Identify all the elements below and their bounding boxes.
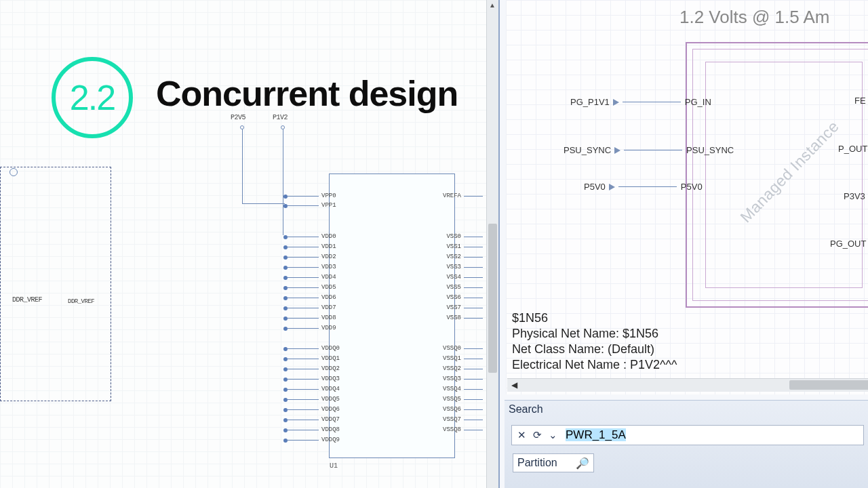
pin-name: VSS3	[443, 264, 464, 270]
port-arrow-icon	[613, 99, 619, 106]
schematic-canvas-left[interactable]: 2.2 Concurrent design P2V5 P1V2 DDR_VREF…	[0, 0, 498, 488]
pin-name: VSSQ7	[440, 417, 464, 423]
pin-name: VDDQ2	[319, 366, 342, 372]
pin-name: VSS5	[443, 285, 464, 291]
pin-name: VDD1	[319, 244, 339, 250]
scroll-left-icon[interactable]: ◀	[511, 380, 517, 390]
wire	[623, 102, 681, 102]
port[interactable]: P_OUT	[838, 144, 867, 154]
pin-name: VDDQ3	[319, 376, 342, 382]
slide-number: 2.2	[70, 77, 115, 118]
pin-name: VDDQ6	[319, 407, 342, 413]
port-arrow-icon	[614, 147, 620, 154]
scroll-thumb[interactable]	[488, 224, 497, 373]
pin-name: VDD5	[319, 285, 339, 291]
pin-name: VDD3	[319, 264, 339, 270]
port-label: P3V3	[844, 191, 865, 201]
pin-name: VPP0	[319, 193, 339, 199]
wire	[283, 129, 283, 235]
chevron-down-icon[interactable]: ⌄	[547, 429, 559, 441]
search-panel: Search ✕ ⟳ ⌄ PWR_1_5A Partition 🔎	[505, 400, 868, 488]
pin-name: VSS4	[443, 274, 464, 281]
pin-name: VSS6	[443, 295, 464, 301]
search-input-value: PWR_1_5A	[566, 428, 626, 441]
port-label: P5V0	[584, 182, 606, 192]
pin-name: VDD6	[319, 295, 339, 301]
pin-name: VSSQ4	[440, 386, 464, 392]
port-label: PG_P1V1	[570, 97, 610, 107]
wire	[618, 186, 677, 187]
pin-name: VSS8	[443, 315, 464, 321]
pin-name: VSS7	[443, 305, 464, 311]
port-inner-label: PG_IN	[685, 97, 711, 107]
refresh-icon[interactable]: ⟳	[532, 429, 543, 441]
origin-marker	[9, 168, 18, 176]
scroll-thumb[interactable]	[789, 380, 868, 390]
port-arrow-icon	[609, 184, 615, 190]
search-label: Search	[509, 403, 543, 415]
port-inner-label: P5V0	[681, 182, 703, 192]
net-label: DDR_VREF	[68, 298, 94, 305]
search-input[interactable]: PWR_1_5A	[563, 427, 859, 443]
net-id: $1N56	[512, 310, 865, 326]
pin-name: VSSQ1	[440, 356, 464, 362]
port-label: P_OUT	[838, 144, 867, 154]
pin-name: VDDQ4	[319, 386, 342, 392]
close-icon[interactable]: ✕	[516, 429, 528, 441]
slide-title: Concurrent design	[156, 73, 458, 114]
net-physical: Physical Net Name: $1N56	[512, 326, 865, 342]
selection-box	[0, 167, 111, 401]
filter-dropdown[interactable]: Partition 🔎	[513, 453, 594, 472]
wire	[624, 150, 682, 150]
pin-name: VDDQ5	[319, 396, 342, 403]
pin-name: VSS1	[443, 244, 464, 250]
horizontal-scrollbar[interactable]: ◀	[507, 378, 868, 392]
pin-name: VSSQ3	[440, 376, 464, 382]
port-label: PG_OUT	[830, 239, 866, 249]
pin-name: VSSQ2	[440, 366, 464, 372]
port-inner-label: PSU_SYNC	[686, 145, 734, 155]
pin-name: VDD8	[319, 315, 339, 321]
pin-name: VDDQ0	[319, 346, 342, 352]
vertical-scrollbar[interactable]: ▲	[486, 0, 498, 488]
wire	[242, 129, 243, 204]
net-label: DDR_VREF	[12, 296, 42, 304]
pin-name: VDD7	[319, 305, 339, 311]
pin-name: VDDQ8	[319, 427, 342, 433]
pin-name: VDDQ7	[319, 417, 342, 423]
pin-name: VDDQ1	[319, 356, 342, 362]
port[interactable]: P5V0 P5V0	[584, 182, 703, 192]
slide-number-badge: 2.2	[52, 57, 133, 138]
net-electrical: Electrical Net Name : P1V2^^^	[512, 357, 865, 373]
pin-name: VREFA	[440, 193, 464, 199]
port[interactable]: PSU_SYNC PSU_SYNC	[564, 145, 734, 155]
pin-name: VSSQ0	[440, 346, 464, 352]
pin-name: VDD4	[319, 274, 339, 281]
net-info-panel: $1N56 Physical Net Name: $1N56 Net Class…	[512, 310, 865, 373]
net-class: Net Class Name: (Default)	[512, 342, 865, 357]
pin-name: VSSQ6	[440, 407, 464, 413]
power-rail-label: P2V5	[231, 114, 245, 121]
pin-name: VSS2	[443, 254, 464, 260]
port[interactable]: PG_P1V1 PG_IN	[570, 97, 711, 107]
port-label: PSU_SYNC	[564, 145, 611, 155]
port[interactable]: P3V3	[844, 191, 865, 201]
pin-name: VDDQ9	[319, 437, 342, 443]
port-label: FE	[854, 96, 866, 106]
pin-name: VDD2	[319, 254, 339, 260]
pin-name: VSSQ5	[440, 396, 464, 403]
pin-name: VPP1	[319, 203, 339, 209]
scroll-up-icon[interactable]: ▲	[489, 1, 496, 9]
pin-name: VDD9	[319, 325, 339, 331]
search-icon: 🔎	[576, 457, 589, 470]
pin-name: VDD0	[319, 234, 339, 240]
ic-symbol[interactable]: VPP0 VPP1 VREFA VDD0 VDD1 VDD2 VDD3 VDD4…	[329, 174, 455, 458]
pin-name: VSSQ8	[440, 427, 464, 433]
port[interactable]: PG_OUT	[830, 239, 866, 249]
filter-label: Partition	[517, 457, 557, 469]
search-bar: ✕ ⟳ ⌄ PWR_1_5A	[511, 425, 864, 445]
wire	[242, 203, 285, 204]
refdes-label: U1	[330, 462, 338, 470]
power-rail-label: P1V2	[273, 114, 288, 121]
port[interactable]: FE	[854, 96, 866, 106]
